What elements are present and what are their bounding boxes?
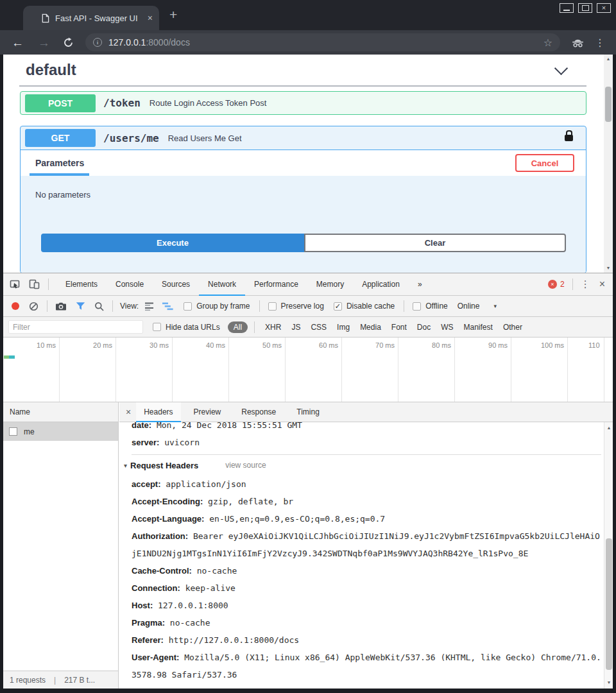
- site-info-icon[interactable]: i: [93, 38, 102, 47]
- lock-icon[interactable]: [565, 135, 573, 141]
- tab-parameters[interactable]: Parameters: [35, 158, 84, 168]
- scroll-down-arrow[interactable]: ▼: [604, 264, 613, 273]
- tab-response[interactable]: Response: [234, 402, 284, 422]
- view-source-link[interactable]: view source: [225, 461, 266, 470]
- network-overview-timeline[interactable]: 10 ms 20 ms 30 ms 40 ms 50 ms 60 ms 70 m…: [3, 338, 613, 402]
- filter-type-js[interactable]: JS: [291, 323, 300, 332]
- scroll-up-arrow[interactable]: ▲: [604, 55, 613, 64]
- tab-sources[interactable]: Sources: [153, 273, 199, 295]
- timeline-tick: 100 ms: [513, 341, 564, 349]
- large-rows-icon[interactable]: [145, 302, 155, 311]
- endpoint-path: /users/me: [103, 132, 159, 144]
- headers-detail-body: date: Mon, 24 Dec 2018 15:55:51 GMT serv…: [119, 422, 604, 689]
- tab-elements[interactable]: Elements: [56, 273, 107, 295]
- chevron-down-icon[interactable]: [554, 62, 568, 75]
- scroll-down-arrow[interactable]: ▼: [604, 678, 613, 687]
- tab-console[interactable]: Console: [107, 273, 153, 295]
- timeline-tick: 30 ms: [117, 341, 169, 349]
- transferred-size: 217 B t...: [64, 676, 95, 685]
- execute-button[interactable]: Execute: [41, 234, 304, 252]
- request-headers-title: Request Headers: [130, 461, 198, 470]
- request-row-me[interactable]: me: [3, 422, 118, 441]
- browser-tab[interactable]: Fast API - Swagger UI ×: [23, 6, 159, 30]
- screenshot-camera-icon[interactable]: [55, 302, 67, 311]
- hide-data-urls-checkbox[interactable]: [153, 323, 161, 331]
- endpoint-header[interactable]: GET /users/me Read Users Me Get: [21, 126, 586, 150]
- error-badge-icon[interactable]: ×: [548, 280, 557, 289]
- tab-memory[interactable]: Memory: [307, 273, 353, 295]
- more-tabs-icon[interactable]: »: [409, 273, 431, 295]
- timeline-gridline: [228, 338, 229, 402]
- timeline-tick: 90 ms: [456, 341, 508, 349]
- filter-type-img[interactable]: Img: [337, 323, 350, 332]
- filter-funnel-icon[interactable]: [76, 302, 85, 311]
- clear-icon[interactable]: [29, 302, 38, 311]
- filter-type-css[interactable]: CSS: [311, 323, 327, 332]
- filter-type-media[interactable]: Media: [360, 323, 381, 332]
- maximize-button[interactable]: [578, 3, 592, 13]
- back-button[interactable]: ←: [12, 37, 24, 49]
- request-details-pane: × Headers Preview Response Timing date: …: [119, 402, 613, 689]
- reload-button[interactable]: [63, 37, 74, 48]
- cancel-button[interactable]: Cancel: [515, 154, 574, 172]
- name-column-header[interactable]: Name: [3, 402, 118, 422]
- scrollbar-thumb[interactable]: [605, 87, 612, 122]
- filter-input[interactable]: [8, 320, 143, 334]
- preserve-log-checkbox[interactable]: [268, 302, 277, 311]
- timeline-gridline: [116, 338, 116, 402]
- timeline-tick: 70 ms: [343, 341, 395, 349]
- address-bar[interactable]: i 127.0.0.1:8000/docs ☆: [85, 33, 560, 51]
- header-row: Referer: http://127.0.0.1:8000/docs: [132, 631, 601, 649]
- filter-type-font[interactable]: Font: [391, 323, 407, 332]
- tab-headers[interactable]: Headers: [136, 402, 180, 422]
- header-row: Cache-Control: no-cache: [132, 562, 601, 579]
- devtools-menu-icon[interactable]: ⋮: [581, 278, 590, 290]
- swagger-page: default POST /token Route Login Access T…: [3, 55, 613, 273]
- filter-type-ws[interactable]: WS: [441, 323, 453, 332]
- details-close-icon[interactable]: ×: [126, 407, 131, 417]
- device-toolbar-icon[interactable]: [29, 279, 40, 289]
- endpoint-post-token[interactable]: POST /token Route Login Access Token Pos…: [20, 91, 586, 115]
- devtools-close-icon[interactable]: ×: [599, 278, 605, 290]
- close-window-button[interactable]: ×: [597, 3, 611, 13]
- clear-button[interactable]: Clear: [304, 234, 566, 252]
- disable-cache-checkbox[interactable]: ✓: [334, 302, 342, 311]
- filter-type-all[interactable]: All: [228, 321, 248, 333]
- record-button[interactable]: [12, 302, 19, 310]
- disclosure-triangle-icon[interactable]: ▾: [124, 462, 127, 469]
- offline-checkbox[interactable]: [413, 302, 421, 311]
- filter-type-doc[interactable]: Doc: [417, 323, 431, 332]
- page-scrollbar[interactable]: ▲ ▼: [604, 55, 613, 273]
- network-toolbar: View: Group by frame Preserve log ✓ Disa…: [3, 296, 613, 317]
- inspect-element-icon[interactable]: [10, 279, 21, 289]
- new-tab-button[interactable]: +: [169, 7, 177, 22]
- bookmark-star-icon[interactable]: ☆: [543, 37, 552, 49]
- filter-type-xhr[interactable]: XHR: [265, 323, 281, 332]
- dropdown-caret-icon[interactable]: ▾: [493, 303, 497, 309]
- waterfall-overview-icon[interactable]: [162, 302, 173, 311]
- tab-timing[interactable]: Timing: [289, 402, 327, 422]
- details-scrollbar[interactable]: ▲ ▼: [604, 422, 613, 689]
- filter-type-other[interactable]: Other: [503, 323, 522, 332]
- throttling-select[interactable]: Online: [458, 302, 480, 311]
- endpoint-summary: Read Users Me Get: [168, 133, 242, 143]
- filter-type-manifest[interactable]: Manifest: [464, 323, 493, 332]
- scrollbar-thumb[interactable]: [606, 538, 612, 670]
- scroll-up-arrow[interactable]: ▲: [604, 424, 613, 432]
- browser-menu-icon[interactable]: ⋮: [595, 37, 605, 49]
- header-row: User-Agent: Mozilla/5.0 (X11; Linux x86_…: [132, 649, 601, 683]
- close-icon: ×: [602, 4, 606, 12]
- request-headers-section-header[interactable]: ▾ Request Headers view source: [124, 455, 601, 475]
- tab-preview[interactable]: Preview: [186, 402, 229, 422]
- minimize-button[interactable]: [560, 3, 574, 13]
- tab-application[interactable]: Application: [353, 273, 409, 295]
- forward-button[interactable]: →: [38, 37, 50, 49]
- timeline-gridline: [511, 338, 511, 402]
- tab-network[interactable]: Network: [199, 273, 245, 295]
- search-icon[interactable]: [94, 302, 104, 311]
- group-by-frame-checkbox[interactable]: [184, 302, 192, 311]
- timeline-tick: 20 ms: [61, 341, 112, 349]
- tab-close-icon[interactable]: ×: [148, 13, 153, 23]
- endpoint-summary: Route Login Access Token Post: [150, 98, 267, 108]
- tab-performance[interactable]: Performance: [245, 273, 307, 295]
